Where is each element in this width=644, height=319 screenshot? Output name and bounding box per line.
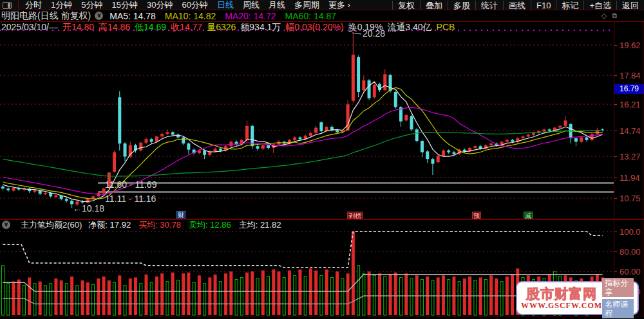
axis-border [614,21,614,316]
quote-field-6: 幅0.03(0.20%) [285,22,343,31]
toolbar-button-5[interactable]: F10 [531,1,556,10]
indicator-field-2: 卖均: 12.86 [189,219,231,231]
menu-divider-line [0,10,644,10]
ma-label-2: MA20: 14.72 [225,11,276,21]
corner-icons: ◇⧉ [601,12,617,20]
watermark-banner: 股市财富网 WWW.GSCFW.COM 指标分享 名师课程 [516,281,639,315]
indicator-axis-label-1: 80.00 [620,247,641,257]
price-axis-label-4: 13.27 [620,152,641,161]
indicator-field-3: 主均: 21.82 [239,219,281,231]
chart-annotation-3: ←10.18 [73,203,104,214]
toolbar-button-4[interactable]: 画线 [503,1,531,10]
toolbar-button-6[interactable]: 标记 [556,1,583,10]
toolbar-button-3[interactable]: 统计 [475,1,503,10]
layout-icon[interactable] [3,2,12,9]
panel-divider[interactable] [0,219,644,220]
split-window-icon[interactable]: ⧉ [612,12,617,20]
menu-divider [18,1,19,9]
toolbar-button-8[interactable]: 返回 [616,1,644,10]
chart-annotation-0: 20.28 [363,28,385,39]
price-axis-label-0: 19.62 [620,41,641,50]
price-axis-label-3: 14.74 [620,126,641,136]
watermark-site: 股市财富网 WWW.GSCFW.COM [521,286,602,311]
indicator-values: 净额: 17.92买均: 30.78卖均: 12.86主均: 21.82 [88,219,281,231]
indicator-field-0: 净额: 17.92 [88,219,131,231]
top-menu-bar: 分时1分钟5分钟15分钟30分钟60分钟日线周线月线多周期更多 › 复权叠加多股… [0,0,644,10]
price-marker-tag: 16.79 [614,84,644,94]
quote-field-5: 额934.1万 [240,22,281,31]
indicator-field-1: 买均: 30.78 [138,219,181,231]
indicator-header: ∨ 主力笔均额2(60) 净额: 17.92买均: 30.78卖均: 12.86… [0,220,644,230]
quote-date: 2025/03/10/— [1,22,58,31]
ma-legend: MA5: 14.78MA10: 14.82MA20: 14.72MA60: 14… [109,11,336,21]
price-axis-label-2: 16.21 [620,100,641,109]
toolbar-button-7[interactable]: +自选 [583,1,616,10]
quote-field-2: 低14.69 [135,22,166,31]
indicator-axis-label-2: 60.00 [620,267,641,277]
chevron-down-icon[interactable]: ∨ [95,12,103,20]
ma-label-0: MA5: 14.78 [109,11,156,21]
price-axis-label-1: 17.84 [620,71,641,80]
bottom-border [0,316,644,316]
trading-app-window: 分时1分钟5分钟15分钟30分钟60分钟日线周线月线多周期更多 › 复权叠加多股… [0,0,644,319]
quote-field-8: 流通3.40亿 [387,22,431,31]
quote-field-1: 高14.86 [99,22,130,31]
toolbar-button-0[interactable]: 复权 [392,1,420,10]
chart-annotation-2: 11.11 - 11.16 [105,194,156,204]
title-bar: 明阳电路(日线 前复权) ∨ MA5: 14.78MA10: 14.82MA20… [0,10,644,21]
chart-annotation-1: 11.60 - 11.69 [105,179,156,190]
toolbar-buttons: 复权叠加多股统计画线F10标记+自选返回 [392,1,644,10]
watermark-site-url: WWW.GSCFW.COM [521,301,602,311]
chevron-down-icon[interactable]: ∨ [2,221,10,229]
quote-info-row: 2025/03/10/—开14.80高14.86低14.69收14.77量632… [1,22,455,31]
quote-field-0: 开14.80 [62,22,94,31]
quote-field-4: 量6326 [207,22,236,31]
watermark-tags: 指标分享 名师课程 [602,278,634,318]
diamond-icon[interactable]: ◇ [601,12,607,20]
watermark-tag-2: 名师课程 [602,299,634,318]
price-axis-label-5: 11.94 [620,173,640,183]
watermark-site-name: 股市财富网 [526,286,597,301]
quote-field-3: 收14.77 [171,22,202,31]
chart-top-border [0,21,644,22]
indicator-name[interactable]: 主力笔均额2(60) [21,219,82,231]
toolbar-button-1[interactable]: 叠加 [420,1,448,10]
watermark-tag-1: 指标分享 [602,278,634,297]
ma-label-1: MA10: 14.82 [165,11,216,21]
ma-label-3: MA60: 14.87 [285,11,336,21]
stock-title: 明阳电路(日线 前复权) [1,10,91,22]
right-frame [643,21,643,316]
price-axis-label-6: 10.75 [620,194,641,203]
toolbar-button-2[interactable]: 多股 [448,1,475,10]
main-candlestick-chart[interactable] [0,21,614,217]
quote-field-9: PCB [437,22,455,31]
